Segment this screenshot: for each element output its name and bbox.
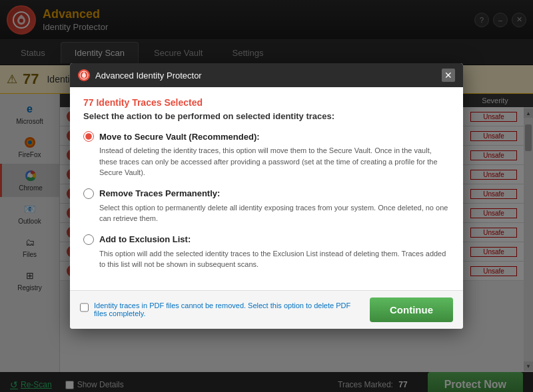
modal-subheadline: Select the action to be performed on sel… <box>83 111 450 121</box>
option-move-vault-text: Move to Secure Vault (Recommended): <box>99 132 260 142</box>
option-remove-desc: Select this option to permanently delete… <box>83 202 450 224</box>
pdf-checkbox[interactable] <box>80 303 89 312</box>
modal-body: 77 Identity Traces Selected Select the a… <box>70 87 463 290</box>
modal-close-button[interactable]: ✕ <box>442 69 455 82</box>
option-exclusion-text: Add to Exclusion List: <box>99 234 191 244</box>
modal-title-bar: Advanced Identity Protector ✕ <box>70 63 463 87</box>
radio-remove-permanently[interactable] <box>83 188 94 199</box>
modal-title: Advanced Identity Protector <box>95 71 202 81</box>
option-exclusion-label[interactable]: Add to Exclusion List: <box>83 234 450 245</box>
option-exclusion-desc: This option will add the selected identi… <box>83 248 450 270</box>
continue-button[interactable]: Continue <box>370 297 453 322</box>
modal-overlay: Advanced Identity Protector ✕ 77 Identit… <box>0 0 533 392</box>
option-remove-text: Remove Traces Permanently: <box>99 188 220 198</box>
pdf-checkbox-label[interactable]: Identity traces in PDF files cannot be r… <box>80 301 363 317</box>
option-add-exclusion: Add to Exclusion List: This option will … <box>83 234 450 270</box>
radio-add-exclusion[interactable] <box>83 234 94 245</box>
option-move-vault: Move to Secure Vault (Recommended): Inst… <box>83 131 450 178</box>
pdf-checkbox-text: Identity traces in PDF files cannot be r… <box>94 301 363 317</box>
modal-dialog: Advanced Identity Protector ✕ 77 Identit… <box>70 63 463 329</box>
modal-title-icon <box>78 69 90 81</box>
option-remove-label[interactable]: Remove Traces Permanently: <box>83 188 450 199</box>
option-remove-permanently: Remove Traces Permanently: Select this o… <box>83 188 450 224</box>
modal-headline: 77 Identity Traces Selected <box>83 97 450 108</box>
modal-footer: Identity traces in PDF files cannot be r… <box>70 290 463 329</box>
radio-move-vault[interactable] <box>83 131 94 142</box>
option-move-vault-desc: Instead of deleting the identity traces,… <box>83 145 450 178</box>
option-move-vault-label[interactable]: Move to Secure Vault (Recommended): <box>83 131 450 142</box>
